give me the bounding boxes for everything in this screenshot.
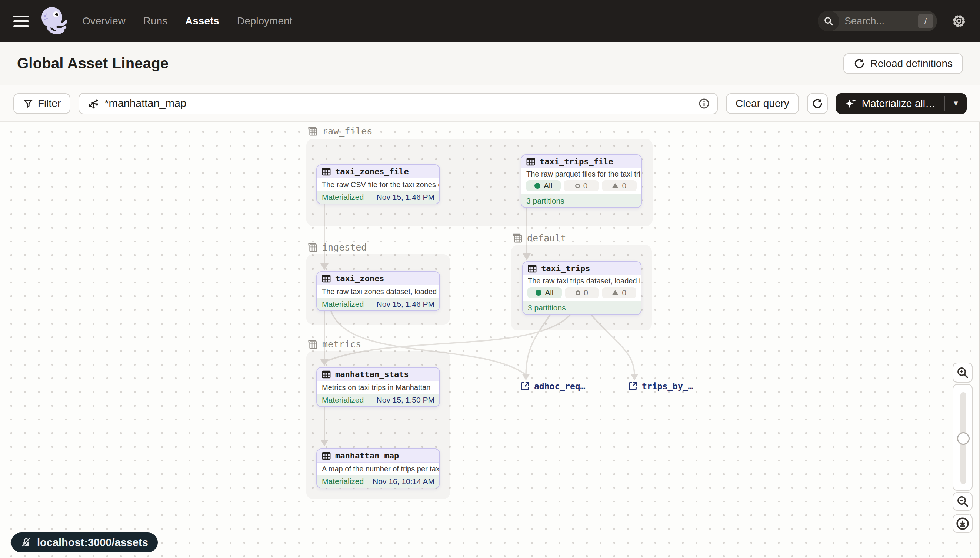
status-badge: Materialized	[322, 300, 364, 309]
group-label-metrics[interactable]: metrics	[307, 339, 361, 350]
gear-icon[interactable]	[951, 13, 967, 29]
zoom-slider[interactable]	[953, 384, 973, 491]
filter-button[interactable]: Filter	[13, 93, 70, 114]
materialization-timestamp: Nov 16, 10:14 AM	[372, 477, 435, 486]
table-icon	[322, 451, 331, 460]
materialization-timestamp: Nov 15, 1:46 PM	[377, 193, 435, 202]
triangle-icon	[612, 290, 619, 295]
download-image-button[interactable]	[953, 514, 973, 533]
zoom-in-button[interactable]	[953, 363, 973, 382]
tab-deployment[interactable]: Deployment	[237, 15, 292, 27]
top-nav: Overview Runs Assets Deployment /	[0, 0, 980, 42]
asset-status-row: Materialized Nov 15, 1:46 PM	[317, 298, 439, 310]
materialize-dropdown-caret[interactable]: ▼	[945, 93, 967, 114]
asset-node-taxi-zones[interactable]: taxi_zones The raw taxi zones dataset, l…	[316, 271, 440, 311]
asset-node-header: manhattan_stats	[317, 368, 439, 381]
asset-node-taxi-zones-file[interactable]: taxi_zones_file The raw CSV file for the…	[316, 164, 440, 204]
search-input[interactable]	[839, 16, 918, 27]
partitions-failed-badge: 0	[565, 287, 599, 298]
dagster-app: Overview Runs Assets Deployment /	[0, 0, 980, 558]
tab-assets[interactable]: Assets	[185, 15, 219, 27]
external-asset-adhoc-request[interactable]: adhoc_req…	[520, 381, 585, 391]
refresh-icon	[812, 98, 823, 109]
asset-node-taxi-trips-file[interactable]: taxi_trips_file The raw parquet files fo…	[521, 154, 642, 208]
partitions-failed-badge: 0	[564, 180, 598, 191]
materialization-timestamp: Nov 15, 1:46 PM	[377, 300, 435, 309]
table-icon	[322, 370, 331, 379]
group-table-icon	[512, 233, 522, 243]
asset-description: The raw taxi trips dataset, loaded into …	[523, 275, 641, 286]
asset-node-header: taxi_trips_file	[522, 155, 641, 168]
asset-status-row: Materialized Nov 15, 1:46 PM	[317, 191, 439, 204]
asset-selection-input[interactable]	[104, 97, 693, 110]
partition-health-badges: All 0 0	[522, 179, 641, 194]
group-label-ingested[interactable]: ingested	[307, 242, 367, 253]
ring-icon	[576, 290, 580, 295]
asset-status-row: Materialized Nov 15, 1:50 PM	[317, 394, 439, 406]
green-dot-icon	[535, 290, 542, 295]
clear-query-button[interactable]: Clear query	[726, 93, 799, 114]
asset-node-manhattan-map[interactable]: manhattan_map A map of the number of tri…	[316, 448, 440, 488]
partitions-count: 3 partitions	[528, 304, 566, 312]
group-label-raw-files[interactable]: raw_files	[307, 126, 372, 136]
asset-status-row: 3 partitions	[523, 301, 641, 314]
asset-node-header: taxi_zones_file	[317, 165, 439, 178]
asset-description: A map of the number of trips per taxi z.…	[317, 463, 439, 475]
browser-status-bar: localhost:3000/assets	[11, 532, 158, 553]
search-shortcut-badge: /	[918, 14, 933, 28]
asset-description: Metrics on taxi trips in Manhattan	[317, 381, 439, 394]
zoom-slider-handle[interactable]	[957, 432, 970, 445]
partitions-materialized-badge: All	[526, 180, 561, 191]
partitions-missing-badge: 0	[602, 287, 636, 298]
dagster-logo[interactable]	[39, 5, 68, 38]
group-table-icon	[307, 126, 318, 136]
table-icon	[322, 274, 331, 283]
hamburger-menu-icon[interactable]	[13, 14, 31, 28]
status-badge: Materialized	[322, 193, 364, 202]
triangle-icon	[612, 183, 619, 188]
download-icon	[956, 517, 969, 530]
search-icon	[818, 11, 839, 31]
table-icon	[528, 264, 537, 273]
external-asset-trips-by[interactable]: trips_by_…	[628, 381, 693, 391]
zoom-slider-wrap	[953, 384, 973, 491]
refresh-graph-button[interactable]	[807, 93, 828, 114]
primary-nav: Overview Runs Assets Deployment	[82, 15, 292, 27]
status-url: localhost:3000/assets	[37, 537, 148, 549]
asset-description: The raw CSV file for the taxi zones dat.…	[317, 178, 439, 191]
zoom-out-button[interactable]	[953, 492, 973, 510]
sparkle-icon	[845, 98, 856, 110]
asset-node-manhattan-stats[interactable]: manhattan_stats Metrics on taxi trips in…	[316, 367, 440, 407]
asset-description: The raw taxi zones dataset, loaded int..…	[317, 285, 439, 298]
partitions-count: 3 partitions	[526, 197, 565, 205]
filter-icon	[23, 98, 33, 109]
external-link-icon	[628, 381, 638, 391]
asset-status-row: 3 partitions	[522, 194, 641, 207]
asset-node-header: manhattan_map	[317, 449, 439, 463]
global-search[interactable]: /	[818, 11, 937, 31]
group-table-icon	[307, 242, 318, 253]
page-title: Global Asset Lineage	[17, 55, 168, 72]
lineage-canvas[interactable]: raw_files ingested default metrics taxi_…	[0, 122, 980, 558]
materialize-all-button[interactable]: Materialize all… ▼	[836, 93, 967, 114]
asset-graph-icon	[87, 97, 99, 110]
reload-icon	[854, 58, 865, 69]
table-icon	[322, 167, 331, 176]
zoom-in-icon	[956, 366, 969, 379]
reload-definitions-button[interactable]: Reload definitions	[843, 53, 963, 74]
external-link-icon	[520, 381, 530, 391]
group-table-icon	[307, 339, 318, 350]
asset-node-header: taxi_zones	[317, 272, 439, 285]
info-icon[interactable]	[698, 98, 710, 109]
status-badge: Materialized	[322, 477, 364, 486]
zoom-out-wrap	[953, 492, 973, 510]
zoom-out-icon	[956, 495, 969, 508]
asset-node-taxi-trips[interactable]: taxi_trips The raw taxi trips dataset, l…	[522, 261, 641, 315]
download-wrap	[953, 514, 973, 533]
tab-overview[interactable]: Overview	[82, 15, 125, 27]
materialization-timestamp: Nov 15, 1:50 PM	[377, 396, 435, 404]
partitions-missing-badge: 0	[602, 180, 637, 191]
tab-runs[interactable]: Runs	[143, 15, 167, 27]
group-label-default[interactable]: default	[512, 233, 566, 243]
table-icon	[526, 157, 535, 166]
